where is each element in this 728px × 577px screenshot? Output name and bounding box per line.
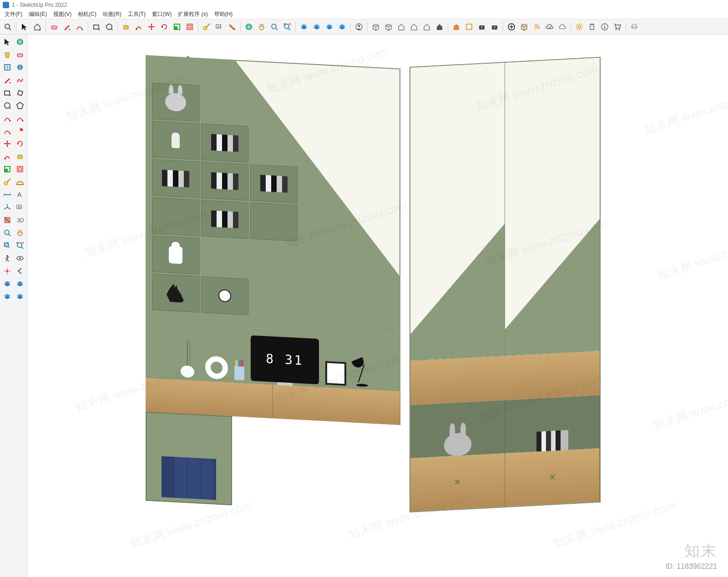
offset-icon[interactable] [184,21,196,33]
bucket-icon[interactable] [1,49,13,60]
user-circle-icon[interactable] [353,21,365,33]
home-dropdown-icon[interactable] [31,21,43,33]
menu-camera[interactable]: 相机(C) [76,10,98,19]
zoom-extent-icon[interactable] [14,240,26,251]
box-a-icon[interactable] [370,21,382,33]
house-a-icon[interactable] [395,21,407,33]
zoom-icon[interactable] [268,21,280,33]
look-icon[interactable] [14,252,26,264]
rotate-red-icon[interactable] [14,138,26,150]
freehand-icon[interactable] [14,74,26,86]
house-c-icon[interactable] [421,21,433,33]
layers-b-icon[interactable] [311,21,323,33]
prev-icon[interactable] [14,265,26,277]
offset-red-icon[interactable] [14,163,26,175]
arc3-icon[interactable] [1,125,13,137]
pushpull-red-icon[interactable] [14,151,26,162]
house-d-icon[interactable] [434,21,445,33]
menu-window[interactable]: 窗口(W) [150,10,173,19]
pencil-icon[interactable] [1,74,13,86]
arc2-icon[interactable] [14,112,26,124]
cloud-icon[interactable] [556,21,568,33]
shelf-bunny [410,400,505,458]
eraser-icon[interactable] [14,49,26,60]
tape-icon[interactable] [201,21,212,33]
rectangle-icon[interactable] [1,87,13,99]
move-icon[interactable] [146,21,157,33]
select-icon[interactable] [1,36,13,48]
arc-dropdown-icon[interactable] [74,21,86,33]
orbit-icon[interactable] [14,36,26,48]
followme-icon[interactable] [133,21,145,33]
rotate-icon[interactable] [158,21,170,33]
text-label-icon[interactable] [213,21,225,33]
menu-edit[interactable]: 编辑(E) [27,10,49,19]
paint-icon[interactable] [226,21,238,33]
section-icon[interactable] [1,214,13,226]
layers-side4-icon[interactable] [14,291,26,302]
menu-draw[interactable]: 绘图(R) [101,10,123,19]
dimension-icon[interactable] [1,189,13,201]
house-b-icon[interactable] [408,21,420,33]
panel-icon[interactable] [463,21,475,33]
arc1-icon[interactable] [1,112,13,124]
menu-ext[interactable]: 扩展程序 (x) [176,10,209,19]
search-icon[interactable] [2,21,14,33]
brand-mark: 知末 [665,541,717,562]
component-icon[interactable] [1,61,13,73]
layers-side1-icon[interactable] [1,278,13,290]
orbit-icon[interactable] [243,21,255,33]
layers-side3-icon[interactable] [1,291,13,302]
rectangle-dropdown-icon[interactable] [91,21,102,33]
followme-red-icon[interactable] [1,151,13,162]
warehouse-icon[interactable] [450,21,462,33]
zoom-extents-icon[interactable] [281,21,293,33]
select-icon[interactable] [19,21,30,33]
cube-orange-icon[interactable] [518,21,530,33]
position-icon[interactable] [1,265,13,277]
zoom-side-icon[interactable] [1,227,13,239]
camera-a-icon[interactable] [476,21,488,33]
pie-icon[interactable] [14,125,26,137]
camera-b-icon[interactable] [489,21,500,33]
walk-icon[interactable] [1,252,13,264]
layers-d-icon[interactable] [336,21,348,33]
rect-rot-icon[interactable] [14,87,26,99]
profile-icon[interactable] [628,21,640,33]
scale-red-icon[interactable] [1,163,13,175]
menu-help[interactable]: 帮助(H) [212,10,235,19]
pencil-dropdown-icon[interactable] [61,21,73,33]
polygon-icon[interactable] [14,100,26,111]
pan-side-icon[interactable] [14,227,26,239]
axes-icon[interactable] [1,201,13,213]
plus-circle-icon[interactable] [506,21,517,33]
layers-side2-icon[interactable] [14,278,26,290]
menu-tools[interactable]: 工具(T) [126,10,147,19]
zoom-window-icon[interactable] [1,240,13,251]
rss-icon[interactable] [531,21,543,33]
pan-icon[interactable] [256,21,268,33]
cart-icon[interactable] [612,21,623,33]
eraser-icon[interactable] [48,21,60,33]
tape-yellow-icon[interactable] [1,176,13,188]
circle-icon[interactable] [1,100,13,111]
info-icon[interactable] [599,21,611,33]
scale-icon[interactable] [171,21,183,33]
label-icon[interactable] [14,201,26,213]
protractor-icon[interactable] [14,176,26,188]
text-icon[interactable] [14,189,26,201]
gear-icon[interactable] [573,21,585,33]
menu-file[interactable]: 文件(F) [3,10,24,19]
move-red-icon[interactable] [1,138,13,150]
menu-view[interactable]: 视图(V) [51,10,73,19]
3dtext-icon[interactable] [14,214,26,226]
layers-c-icon[interactable] [324,21,335,33]
clipboard-icon[interactable] [586,21,598,33]
viewport-3d[interactable]: ✕ ✕ [27,35,728,577]
cloud-check-icon[interactable] [544,21,556,33]
layers-a-icon[interactable] [298,21,310,33]
pushpull-icon[interactable] [120,21,132,33]
three-icon[interactable] [14,61,26,73]
circle-dropdown-icon[interactable] [103,21,115,33]
box-b-icon[interactable] [383,21,394,33]
